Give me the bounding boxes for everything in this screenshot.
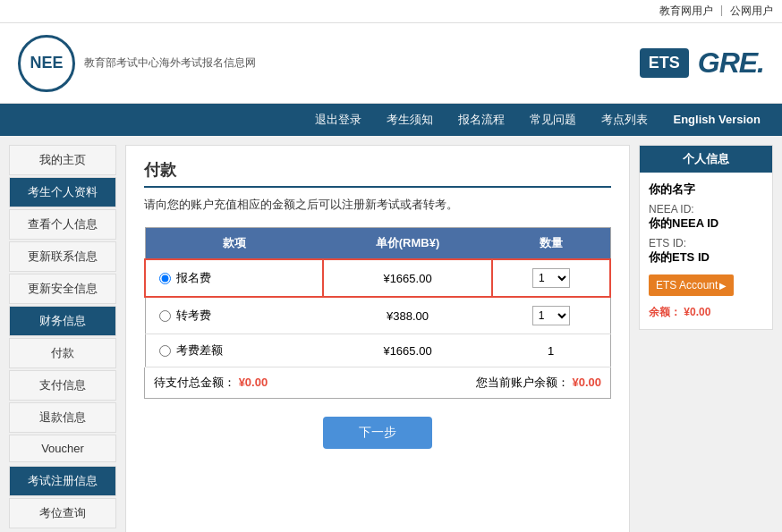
nav-locations[interactable]: 考点列表 [589, 104, 660, 136]
col-header-price: 单价(RMB¥) [323, 228, 492, 260]
sidebar-item-refund[interactable]: 退款信息 [9, 402, 116, 433]
neea-id-value: 你的NEEA ID [649, 215, 763, 232]
row3-label: 考费差额 [145, 334, 323, 367]
nav-english[interactable]: English Version [660, 104, 773, 136]
col-header-item: 款项 [145, 228, 323, 260]
nav-bar: 退出登录 考生须知 报名流程 常见问题 考点列表 English Version [0, 104, 782, 136]
logo-circle: NEE [18, 35, 75, 92]
radio-difference[interactable] [159, 345, 171, 357]
radio-registration[interactable] [159, 273, 171, 284]
logo-text: NEE [30, 54, 63, 72]
user-name: 你的名字 [649, 182, 763, 198]
site-title: 教育部考试中心海外考试报名信息网 [84, 55, 256, 71]
page-description: 请向您的账户充值相应的金额之后可以注册新考试或者转考。 [144, 197, 611, 213]
ets-account-button[interactable]: ETS Account ▶ [649, 274, 734, 296]
sidebar-item-profile-section[interactable]: 考生个人资料 [9, 177, 116, 207]
table-row-registration: 报名费 ¥1665.00 1 [145, 259, 610, 297]
qty-select-row2[interactable]: 1 [532, 306, 570, 325]
sidebar-item-update-security[interactable]: 更新安全信息 [9, 274, 116, 304]
total-amount: ¥0.00 [239, 376, 268, 389]
sidebar-item-update-contact[interactable]: 更新联系信息 [9, 241, 116, 272]
content-area: 付款 请向您的账户充值相应的金额之后可以注册新考试或者转考。 款项 单价(RMB… [125, 145, 630, 532]
nav-process[interactable]: 报名流程 [446, 104, 517, 136]
ets-account-row: ETS Account ▶ [649, 271, 763, 300]
top-bar: 教育网用户 | 公网用户 [0, 0, 782, 23]
current-balance: ¥0.00 [572, 376, 601, 389]
row2-label: 转考费 [145, 297, 323, 334]
ets-id-row: ETS ID: 你的ETS ID [649, 237, 763, 266]
nav-faq[interactable]: 常见问题 [517, 104, 589, 136]
balance-value: ¥0.00 [684, 306, 710, 318]
personal-info-title: 个人信息 [640, 146, 772, 173]
main-layout: 我的主页 考生个人资料 查看个人信息 更新联系信息 更新安全信息 财务信息 付款… [0, 136, 782, 532]
edu-user-link[interactable]: 教育网用户 [659, 4, 713, 19]
nav-notice[interactable]: 考生须知 [374, 104, 446, 136]
sidebar-item-payment-info[interactable]: 支付信息 [9, 370, 116, 401]
row3-price: ¥1665.00 [323, 334, 492, 367]
row1-label: 报名费 [145, 259, 323, 297]
payment-table: 款项 单价(RMB¥) 数量 报名费 ¥1665.00 [144, 227, 611, 367]
ets-logo: ETS [640, 48, 689, 78]
row2-qty: 1 [492, 297, 610, 334]
user-name-row: 你的名字 [649, 182, 763, 198]
sidebar-item-home[interactable]: 我的主页 [9, 145, 116, 175]
row2-price: ¥388.00 [323, 297, 492, 334]
sidebar-item-exam-search[interactable]: 考位查询 [9, 498, 116, 528]
ets-id-value: 你的ETS ID [649, 249, 763, 266]
total-label: 待支付总金额： ¥0.00 [154, 375, 268, 391]
sidebar: 我的主页 考生个人资料 查看个人信息 更新联系信息 更新安全信息 财务信息 付款… [9, 145, 116, 532]
qty-select-row1[interactable]: 1 [532, 268, 570, 288]
nav-logout[interactable]: 退出登录 [302, 104, 374, 136]
table-row-transfer: 转考费 ¥388.00 1 [145, 297, 610, 334]
sidebar-item-voucher[interactable]: Voucher [9, 435, 116, 462]
next-button[interactable]: 下一步 [323, 417, 432, 449]
row1-price: ¥1665.00 [323, 259, 492, 297]
table-footer: 待支付总金额： ¥0.00 您当前账户余额： ¥0.00 [144, 367, 611, 399]
row3-qty: 1 [492, 334, 610, 367]
balance-label: 您当前账户余额： ¥0.00 [476, 375, 601, 391]
personal-info-card: 个人信息 你的名字 NEEA ID: 你的NEEA ID ETS ID: 你的E… [639, 145, 773, 330]
arrow-right-icon: ▶ [719, 281, 727, 291]
site-logo: NEE 教育部考试中心海外考试报名信息网 [18, 35, 256, 92]
sidebar-item-payment[interactable]: 付款 [9, 338, 116, 368]
neea-id-row: NEEA ID: 你的NEEA ID [649, 203, 763, 232]
header: NEE 教育部考试中心海外考试报名信息网 ETS GRE. [0, 23, 782, 104]
public-user-link[interactable]: 公网用户 [730, 4, 773, 19]
right-panel: 个人信息 你的名字 NEEA ID: 你的NEEA ID ETS ID: 你的E… [639, 145, 773, 532]
table-row-difference: 考费差额 ¥1665.00 1 [145, 334, 610, 367]
radio-transfer[interactable] [159, 310, 171, 322]
page-title: 付款 [144, 159, 611, 188]
col-header-qty: 数量 [492, 228, 610, 260]
balance-row: 余额： ¥0.00 [649, 305, 763, 320]
header-brands: ETS GRE. [640, 46, 764, 80]
sidebar-item-finance-section[interactable]: 财务信息 [9, 306, 116, 336]
gre-logo: GRE. [698, 46, 764, 80]
row1-qty: 1 [492, 259, 610, 297]
divider: | [720, 4, 723, 19]
sidebar-item-exam-section[interactable]: 考试注册信息 [9, 466, 116, 496]
sidebar-item-view-info[interactable]: 查看个人信息 [9, 209, 116, 240]
